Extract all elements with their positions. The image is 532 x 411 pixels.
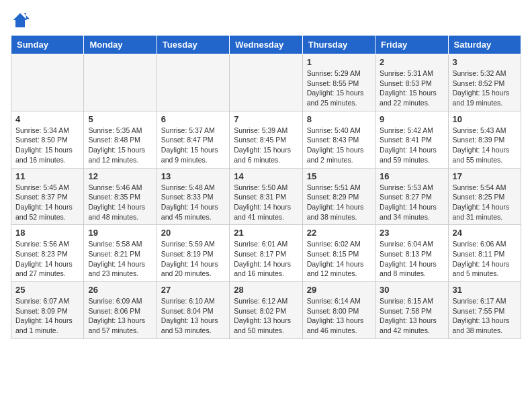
calendar-cell: 15Sunrise: 5:51 AMSunset: 8:29 PMDayligh… [302, 168, 375, 225]
calendar-cell: 7Sunrise: 5:39 AMSunset: 8:45 PMDaylight… [230, 111, 302, 168]
calendar-cell [230, 54, 302, 111]
calendar-week-row: 18Sunrise: 5:56 AMSunset: 8:23 PMDayligh… [11, 225, 521, 282]
calendar-cell [84, 54, 157, 111]
calendar-week-row: 4Sunrise: 5:34 AMSunset: 8:50 PMDaylight… [11, 111, 521, 168]
calendar-header-saturday: Saturday [448, 36, 521, 54]
day-info: Sunrise: 6:01 AMSunset: 8:17 PMDaylight:… [234, 239, 298, 279]
header [11, 11, 521, 30]
day-info: Sunrise: 5:56 AMSunset: 8:23 PMDaylight:… [15, 239, 79, 279]
calendar-header-wednesday: Wednesday [230, 36, 302, 54]
calendar-cell: 8Sunrise: 5:40 AMSunset: 8:43 PMDaylight… [302, 111, 375, 168]
day-info: Sunrise: 5:39 AMSunset: 8:45 PMDaylight:… [234, 126, 298, 165]
day-info: Sunrise: 5:37 AMSunset: 8:47 PMDaylight:… [161, 126, 225, 165]
calendar-cell: 26Sunrise: 6:09 AMSunset: 8:06 PMDayligh… [84, 282, 157, 339]
calendar-cell: 19Sunrise: 5:58 AMSunset: 8:21 PMDayligh… [84, 225, 157, 282]
day-info: Sunrise: 5:58 AMSunset: 8:21 PMDaylight:… [88, 239, 152, 279]
calendar-cell: 10Sunrise: 5:43 AMSunset: 8:39 PMDayligh… [448, 111, 521, 168]
day-number: 20 [161, 228, 225, 238]
day-number: 21 [234, 228, 298, 238]
day-info: Sunrise: 6:09 AMSunset: 8:06 PMDaylight:… [88, 296, 152, 336]
calendar-cell: 21Sunrise: 6:01 AMSunset: 8:17 PMDayligh… [230, 225, 302, 282]
day-number: 23 [380, 228, 443, 238]
day-info: Sunrise: 6:12 AMSunset: 8:02 PMDaylight:… [234, 296, 298, 336]
calendar-cell: 12Sunrise: 5:46 AMSunset: 8:35 PMDayligh… [84, 168, 157, 225]
calendar-header-monday: Monday [84, 36, 157, 54]
calendar-cell [157, 54, 229, 111]
day-info: Sunrise: 6:02 AMSunset: 8:15 PMDaylight:… [307, 239, 371, 279]
day-number: 13 [161, 171, 225, 181]
day-info: Sunrise: 5:40 AMSunset: 8:43 PMDaylight:… [307, 126, 371, 165]
day-info: Sunrise: 6:15 AMSunset: 7:58 PMDaylight:… [380, 296, 443, 336]
calendar-cell: 9Sunrise: 5:42 AMSunset: 8:41 PMDaylight… [375, 111, 448, 168]
calendar-cell: 18Sunrise: 5:56 AMSunset: 8:23 PMDayligh… [11, 225, 84, 282]
day-info: Sunrise: 6:14 AMSunset: 8:00 PMDaylight:… [307, 296, 371, 336]
day-number: 11 [15, 171, 79, 181]
calendar-cell: 28Sunrise: 6:12 AMSunset: 8:02 PMDayligh… [230, 282, 302, 339]
calendar-cell: 20Sunrise: 5:59 AMSunset: 8:19 PMDayligh… [157, 225, 229, 282]
calendar-cell: 1Sunrise: 5:29 AMSunset: 8:55 PMDaylight… [302, 54, 375, 111]
day-info: Sunrise: 5:43 AMSunset: 8:39 PMDaylight:… [453, 126, 517, 165]
day-number: 14 [234, 171, 298, 181]
calendar-week-row: 25Sunrise: 6:07 AMSunset: 8:09 PMDayligh… [11, 282, 521, 339]
day-number: 27 [161, 285, 225, 295]
logo-icon [11, 11, 30, 30]
day-number: 6 [161, 114, 225, 124]
day-number: 15 [307, 171, 371, 181]
day-number: 29 [307, 285, 371, 295]
day-number: 30 [380, 285, 443, 295]
calendar-week-row: 11Sunrise: 5:45 AMSunset: 8:37 PMDayligh… [11, 168, 521, 225]
calendar-cell: 31Sunrise: 6:17 AMSunset: 7:55 PMDayligh… [448, 282, 521, 339]
day-info: Sunrise: 5:50 AMSunset: 8:31 PMDaylight:… [234, 183, 298, 222]
day-number: 24 [453, 228, 517, 238]
calendar-cell: 29Sunrise: 6:14 AMSunset: 8:00 PMDayligh… [302, 282, 375, 339]
day-info: Sunrise: 5:35 AMSunset: 8:48 PMDaylight:… [88, 126, 152, 165]
day-info: Sunrise: 6:17 AMSunset: 7:55 PMDaylight:… [453, 296, 517, 336]
day-number: 28 [234, 285, 298, 295]
calendar-cell: 23Sunrise: 6:04 AMSunset: 8:13 PMDayligh… [375, 225, 448, 282]
day-info: Sunrise: 6:04 AMSunset: 8:13 PMDaylight:… [380, 239, 443, 279]
calendar-header-row: SundayMondayTuesdayWednesdayThursdayFrid… [11, 36, 521, 54]
calendar-cell: 17Sunrise: 5:54 AMSunset: 8:25 PMDayligh… [448, 168, 521, 225]
calendar-cell: 4Sunrise: 5:34 AMSunset: 8:50 PMDaylight… [11, 111, 84, 168]
svg-marker-0 [13, 13, 28, 28]
day-info: Sunrise: 5:51 AMSunset: 8:29 PMDaylight:… [307, 183, 371, 222]
calendar-week-row: 1Sunrise: 5:29 AMSunset: 8:55 PMDaylight… [11, 54, 521, 111]
calendar-cell [11, 54, 84, 111]
day-number: 9 [380, 114, 443, 124]
day-number: 8 [307, 114, 371, 124]
day-info: Sunrise: 5:31 AMSunset: 8:53 PMDaylight:… [380, 68, 443, 108]
calendar-table: SundayMondayTuesdayWednesdayThursdayFrid… [11, 35, 521, 339]
day-info: Sunrise: 6:06 AMSunset: 8:11 PMDaylight:… [453, 239, 517, 279]
day-info: Sunrise: 6:10 AMSunset: 8:04 PMDaylight:… [161, 296, 225, 336]
day-number: 31 [453, 285, 517, 295]
day-number: 7 [234, 114, 298, 124]
day-info: Sunrise: 5:48 AMSunset: 8:33 PMDaylight:… [161, 183, 225, 222]
calendar-cell: 13Sunrise: 5:48 AMSunset: 8:33 PMDayligh… [157, 168, 229, 225]
day-number: 2 [380, 57, 443, 67]
calendar-cell: 2Sunrise: 5:31 AMSunset: 8:53 PMDaylight… [375, 54, 448, 111]
calendar-cell: 24Sunrise: 6:06 AMSunset: 8:11 PMDayligh… [448, 225, 521, 282]
calendar-cell: 6Sunrise: 5:37 AMSunset: 8:47 PMDaylight… [157, 111, 229, 168]
calendar-cell: 14Sunrise: 5:50 AMSunset: 8:31 PMDayligh… [230, 168, 302, 225]
calendar-cell: 16Sunrise: 5:53 AMSunset: 8:27 PMDayligh… [375, 168, 448, 225]
day-info: Sunrise: 5:59 AMSunset: 8:19 PMDaylight:… [161, 239, 225, 279]
logo [11, 11, 32, 30]
day-number: 18 [15, 228, 79, 238]
day-number: 19 [88, 228, 152, 238]
calendar-header-tuesday: Tuesday [157, 36, 229, 54]
day-info: Sunrise: 5:32 AMSunset: 8:52 PMDaylight:… [453, 68, 517, 108]
day-number: 26 [88, 285, 152, 295]
day-info: Sunrise: 5:34 AMSunset: 8:50 PMDaylight:… [15, 126, 79, 165]
day-number: 4 [15, 114, 79, 124]
day-number: 22 [307, 228, 371, 238]
day-number: 3 [453, 57, 517, 67]
day-info: Sunrise: 5:45 AMSunset: 8:37 PMDaylight:… [15, 183, 79, 222]
calendar-header-thursday: Thursday [302, 36, 375, 54]
day-number: 5 [88, 114, 152, 124]
day-number: 17 [453, 171, 517, 181]
day-number: 1 [307, 57, 371, 67]
day-number: 10 [453, 114, 517, 124]
day-info: Sunrise: 5:29 AMSunset: 8:55 PMDaylight:… [307, 68, 371, 108]
day-number: 25 [15, 285, 79, 295]
calendar-header-friday: Friday [375, 36, 448, 54]
